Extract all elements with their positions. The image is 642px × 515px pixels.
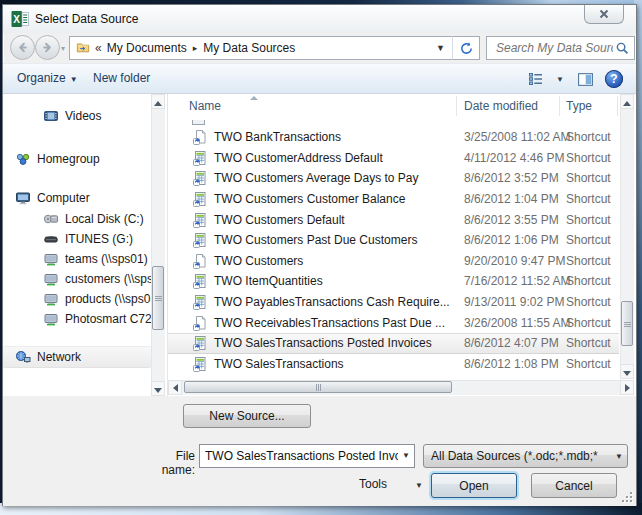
title-bar[interactable]: X Select Data Source [3,5,636,33]
file-date-modified: 8/6/2012 4:07 PM [464,336,559,350]
breadcrumb-my-data-sources[interactable]: My Data Sources [200,41,298,55]
file-name: TWO ItemQuantities [214,274,323,288]
select-data-source-dialog: X Select Data Source ▾ « My Documents ▸ … [2,4,637,506]
file-type: Shortcut [566,336,611,350]
address-bar[interactable]: « My Documents ▸ My Data Sources ▼ [69,36,453,60]
file-name: TWO SalesTransactions [214,357,344,371]
file-type: Shortcut [566,316,611,330]
list-scrollbar-vertical[interactable] [620,94,634,379]
file-name-input[interactable] [200,445,398,467]
window-title: Select Data Source [35,12,138,26]
file-row-two-customers-past-due-customers[interactable]: TWO Customers Past Due Customers8/6/2012… [168,230,619,251]
recent-pages-chevron-icon[interactable]: ▾ [61,44,65,53]
sidebar-scroll-up-button[interactable] [151,94,165,109]
list-scroll-right-button[interactable] [620,380,634,395]
file-type-dropdown-icon: ▼ [612,452,623,461]
network-drive-icon [43,251,59,267]
change-view-dropdown-icon[interactable]: ▼ [556,75,564,84]
list-scrollbar-thumb[interactable] [621,301,633,346]
list-hscrollbar-thumb[interactable] [184,381,452,393]
sidebar-item-label: products (\\sps0 [65,292,150,306]
file-row-two-customeraddress-default[interactable]: TWO CustomerAddress Default4/11/2012 4:4… [168,148,619,169]
sidebar-item-label: Homegroup [37,152,100,166]
videos-icon [43,108,59,124]
computer-icon [15,190,31,206]
new-source-button[interactable]: New Source... [183,404,311,428]
file-date-modified: 8/6/2012 1:08 PM [464,357,559,371]
file-date-modified: 8/6/2012 3:55 PM [464,213,559,227]
dialog-footer: New Source... File name: ▼ All Data Sour… [3,396,636,506]
disc-drive-icon [43,231,59,247]
change-view-button[interactable] [528,71,544,90]
breadcrumb-overflow-chevron[interactable]: « [91,41,104,55]
file-row-two-itemquantities[interactable]: TWO ItemQuantities7/16/2012 11:52 AMShor… [168,271,619,292]
sidebar-item-teams-sps01[interactable]: teams (\\sps01) ( [3,249,151,269]
refresh-button[interactable] [452,36,480,60]
file-type-dropdown[interactable]: All Data Sources (*.odc;*.mdb;* ▼ [423,444,628,468]
close-button[interactable] [584,5,624,24]
sidebar-item-customers-sps[interactable]: customers (\\sps [3,269,151,289]
sidebar-scrollbar-thumb[interactable] [152,266,164,330]
file-row-two-customers-default[interactable]: TWO Customers Default8/6/2012 3:55 PMSho… [168,209,619,230]
odc-shortcut-icon [192,232,208,248]
sidebar-item-label: Computer [37,191,90,205]
file-type: Shortcut [566,213,611,227]
sort-ascending-icon [250,96,258,100]
open-button[interactable]: Open [431,473,517,498]
back-button[interactable] [10,35,35,60]
sidebar-scrollbar[interactable] [151,94,165,396]
file-row-two-customers-customer-balance[interactable]: TWO Customers Customer Balance8/6/2012 1… [168,189,619,210]
file-type: Shortcut [566,233,611,247]
sidebar-item-itunes-g[interactable]: ITUNES (G:) [3,229,151,249]
sidebar-item-products-sps0[interactable]: products (\\sps0 [3,289,151,309]
file-row-two-banktransactions[interactable]: TWO BankTransactions3/25/2008 11:02 AMSh… [168,127,619,148]
preview-pane-button[interactable] [577,71,594,91]
sidebar-item-photosmart-c720[interactable]: Photosmart C720 [3,309,151,329]
file-row-two-customers[interactable]: TWO Customers9/20/2010 9:47 PMShortcut [168,251,619,272]
file-name: TWO Customers Customer Balance [214,192,405,206]
sidebar-item-network[interactable]: Network [3,346,151,368]
file-date-modified: 9/13/2011 9:02 PM [464,295,565,309]
file-row-two-payablestransactions-cash-require[interactable]: TWO PayablesTransactions Cash Require...… [168,292,619,313]
file-type: Shortcut [566,357,611,371]
file-row-two-salestransactions[interactable]: TWO SalesTransactions8/6/2012 1:08 PMSho… [168,354,619,375]
sidebar-item-local-disk-c[interactable]: Local Disk (C:) [3,209,151,229]
navigation-pane: VideosHomegroupComputerLocal Disk (C:)IT… [3,94,151,396]
file-row-two-customers-average-days-to-pay[interactable]: TWO Customers Average Days to Pay8/6/201… [168,168,619,189]
list-scrollbar-horizontal[interactable] [168,380,634,395]
odc-shortcut-icon [192,150,208,166]
resize-grip[interactable] [622,492,632,502]
forward-button[interactable] [35,35,60,60]
sidebar-item-videos[interactable]: Videos [3,106,151,126]
column-header-date-modified[interactable]: Date modified [457,94,559,118]
navigation-bar: ▾ « My Documents ▸ My Data Sources ▼ [3,33,636,63]
sidebar-item-homegroup[interactable]: Homegroup [3,149,151,169]
search-input[interactable] [494,40,615,56]
list-scroll-down-button[interactable] [620,364,634,379]
help-icon[interactable]: ? [605,70,623,88]
excel-icon: X [11,10,29,28]
list-scroll-up-button[interactable] [620,94,634,109]
file-name-dropdown-icon[interactable]: ▼ [398,445,414,467]
sidebar-scroll-down-button[interactable] [151,381,165,396]
address-dropdown-icon[interactable]: ▼ [433,43,448,53]
breadcrumb-my-documents[interactable]: My Documents [104,41,190,55]
file-name-combobox[interactable]: ▼ [199,444,415,468]
cancel-button[interactable]: Cancel [531,473,617,498]
new-folder-button[interactable]: New folder [93,71,150,85]
file-row-two-receivablestransactions-past-due[interactable]: TWO ReceivablesTransactions Past Due ...… [168,312,619,333]
shortcut-icon [192,129,208,145]
breadcrumb-separator-icon[interactable]: ▸ [190,43,201,53]
organize-button[interactable]: Organize▼ [17,71,78,85]
tools-menu-button[interactable]: Tools▼ [359,477,423,491]
file-date-modified: 9/20/2010 9:47 PM [464,254,565,268]
sidebar-item-computer[interactable]: Computer [3,188,151,208]
file-date-modified: 8/6/2012 3:52 PM [464,171,559,185]
list-scroll-left-button[interactable] [168,380,182,395]
file-row-two-salestransactions-posted-invoices[interactable]: TWO SalesTransactions Posted Invoices8/6… [168,333,619,354]
search-box[interactable] [486,36,635,60]
column-header-type[interactable]: Type [560,94,617,118]
file-name: TWO ReceivablesTransactions Past Due ... [214,316,445,330]
column-header-name[interactable]: Name [168,94,456,118]
file-date-modified: 3/25/2008 11:02 AM [464,130,571,144]
